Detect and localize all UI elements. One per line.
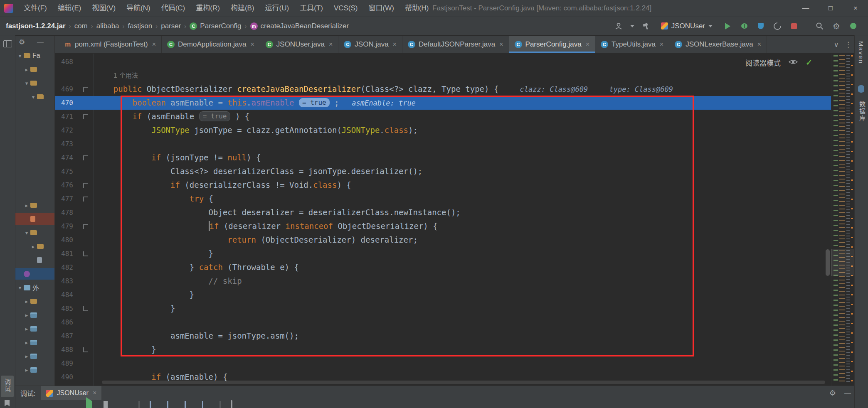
- tree-item[interactable]: ▾: [15, 91, 54, 103]
- chevron-right-icon[interactable]: ▸: [24, 353, 30, 359]
- horizontal-scrollbar-thumb[interactable]: [102, 381, 825, 384]
- code-line[interactable]: 485 }: [55, 302, 831, 315]
- menu-item[interactable]: 窗口(W): [363, 0, 399, 17]
- menu-item[interactable]: 帮助(H): [399, 0, 434, 17]
- fold-icon[interactable]: [83, 224, 88, 229]
- code-line[interactable]: 475 Class<?> deserializerClass = jsonTyp…: [55, 165, 831, 178]
- fold-icon[interactable]: [83, 347, 88, 352]
- stop-icon[interactable]: [121, 401, 128, 408]
- code-line[interactable]: 483 // skip: [55, 274, 831, 288]
- code-line[interactable]: 471 if (asmEnable = true ) {: [55, 110, 831, 123]
- menu-item[interactable]: 构建(B): [225, 0, 260, 17]
- menu-item[interactable]: 重构(R): [190, 0, 225, 17]
- bookmark-icon[interactable]: [5, 400, 10, 406]
- coverage-button[interactable]: [756, 21, 766, 31]
- minimize-icon[interactable]: —: [793, 0, 818, 17]
- reader-mode-link[interactable]: 阅读器模式: [745, 57, 781, 68]
- editor-tab[interactable]: CParserConfig.java×: [509, 36, 595, 53]
- breadcrumb-item[interactable]: fastjson: [128, 22, 153, 30]
- breadcrumb-item[interactable]: alibaba: [96, 22, 119, 30]
- chevron-right-icon[interactable]: ▸: [24, 326, 30, 332]
- hide-panel-icon[interactable]: —: [37, 38, 44, 46]
- chevron-right-icon[interactable]: ▸: [24, 367, 30, 373]
- gear-icon[interactable]: ⚙: [19, 38, 25, 47]
- maximize-icon[interactable]: □: [818, 0, 843, 17]
- debug-session-tab[interactable]: JSONUser ×: [41, 386, 101, 400]
- tree-item[interactable]: ▸: [15, 337, 54, 348]
- project-tool-window-icon[interactable]: [3, 40, 12, 47]
- menu-item[interactable]: 视图(V): [86, 0, 121, 17]
- code-line[interactable]: 484 }: [55, 288, 831, 302]
- tree-item[interactable]: ▸: [15, 350, 54, 362]
- chevron-right-icon[interactable]: ▸: [24, 66, 30, 73]
- close-icon[interactable]: ×: [757, 41, 761, 48]
- code-editor[interactable]: 468 1 个用法469 public ObjectDeserializer c…: [55, 54, 831, 386]
- chevron-down-icon[interactable]: ▾: [30, 94, 36, 100]
- menu-item[interactable]: 编辑(E): [52, 0, 87, 17]
- tree-item[interactable]: ▾外: [15, 282, 54, 293]
- chevron-down-icon[interactable]: ▾: [17, 53, 23, 59]
- step-out-icon[interactable]: [185, 401, 192, 408]
- chevron-right-icon[interactable]: ▸: [24, 202, 30, 209]
- code-line[interactable]: 1 个用法: [55, 69, 831, 82]
- menu-item[interactable]: 导航(N): [121, 0, 156, 17]
- fold-icon[interactable]: [83, 306, 88, 311]
- close-icon[interactable]: ×: [586, 41, 589, 48]
- tree-item[interactable]: ▸: [15, 241, 54, 252]
- close-icon[interactable]: ×: [152, 41, 156, 48]
- code-line[interactable]: 472 JSONType jsonType = clazz.getAnnotat…: [55, 123, 831, 137]
- user-icon[interactable]: [614, 21, 624, 31]
- menu-item[interactable]: 文件(F): [18, 0, 52, 17]
- chevron-down-icon[interactable]: ▾: [24, 80, 30, 86]
- close-icon[interactable]: ×: [250, 41, 254, 48]
- code-line[interactable]: 469 public ObjectDeserializer createJava…: [55, 82, 831, 96]
- editor-tab[interactable]: CDefaultJSONParser.java×: [402, 36, 509, 53]
- collaboration-icon[interactable]: [848, 21, 858, 31]
- menu-item[interactable]: 代码(C): [156, 0, 191, 17]
- code-line[interactable]: 486: [55, 315, 831, 329]
- minimap-viewport[interactable]: [831, 249, 854, 276]
- code-line[interactable]: 468: [55, 55, 831, 69]
- chevron-right-icon[interactable]: ▸: [24, 298, 30, 305]
- pause-icon[interactable]: [104, 401, 111, 408]
- fold-icon[interactable]: [83, 155, 88, 160]
- close-icon[interactable]: ×: [93, 389, 96, 397]
- database-icon[interactable]: [858, 85, 864, 93]
- menu-item[interactable]: 运行(U): [260, 0, 295, 17]
- menu-item[interactable]: VCS(S): [328, 0, 363, 17]
- resume-icon[interactable]: [86, 401, 94, 408]
- gear-icon[interactable]: ⚙: [829, 389, 836, 397]
- step-over-icon[interactable]: [150, 401, 157, 408]
- code-line[interactable]: 489: [55, 356, 831, 370]
- debug-button[interactable]: [739, 21, 749, 31]
- close-icon[interactable]: ×: [660, 41, 663, 48]
- tree-item[interactable]: ▸: [15, 295, 54, 307]
- tree-item[interactable]: ▾: [15, 77, 54, 89]
- breadcrumb-item[interactable]: CParserConfig: [190, 22, 241, 30]
- step-into-icon[interactable]: [167, 401, 175, 408]
- fold-icon[interactable]: [83, 251, 88, 256]
- chevron-right-icon[interactable]: ▸: [24, 339, 30, 346]
- code-line[interactable]: 488 }: [55, 343, 831, 356]
- tree-item[interactable]: ▸: [15, 323, 54, 334]
- editor-tab[interactable]: mpom.xml (FastjsonTest)×: [59, 36, 162, 53]
- editor-tab[interactable]: CTypeUtils.java×: [595, 36, 669, 53]
- tree-item[interactable]: ▸: [15, 64, 54, 75]
- menu-item[interactable]: 工具(T): [294, 0, 328, 17]
- breadcrumb-item[interactable]: com: [74, 22, 88, 30]
- chevron-down-icon[interactable]: [630, 25, 634, 27]
- inspections-ok-check-icon[interactable]: ✓: [806, 58, 812, 67]
- tree-item[interactable]: [15, 254, 54, 266]
- chevron-right-icon[interactable]: ▸: [30, 243, 36, 250]
- tree-item[interactable]: ▾: [15, 227, 54, 238]
- close-icon[interactable]: ×: [499, 41, 503, 48]
- close-icon[interactable]: ×: [843, 0, 868, 17]
- tree-item[interactable]: ▸: [15, 309, 54, 321]
- code-line[interactable]: 487 asmEnable = jsonType.asm();: [55, 329, 831, 343]
- fold-icon[interactable]: [83, 197, 88, 202]
- tree-item[interactable]: ▾Fa: [15, 50, 54, 61]
- hidden-tabs-chevron-icon[interactable]: ∨: [834, 40, 839, 49]
- code-line[interactable]: 482 } catch (Throwable e) {: [55, 261, 831, 274]
- run-to-cursor-icon[interactable]: [202, 401, 210, 408]
- fold-icon[interactable]: [83, 183, 88, 188]
